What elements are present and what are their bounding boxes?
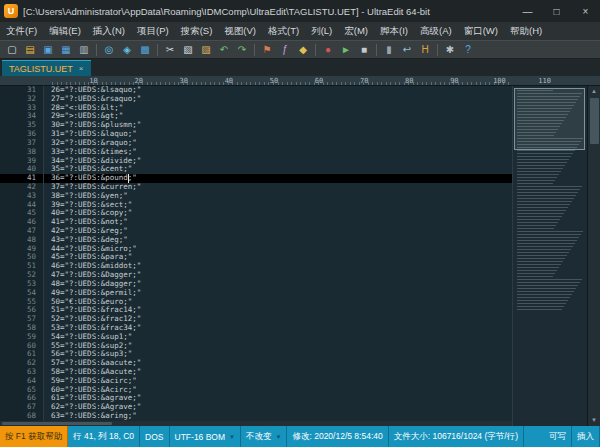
horizontal-scrollbar-thumb[interactable]: [2, 422, 112, 425]
minimap-line: [517, 309, 562, 310]
minimap-line: [517, 222, 558, 223]
status-spacer: [524, 426, 544, 447]
menu-item-column[interactable]: 列(L): [305, 22, 338, 40]
status-modified: 修改: 2020/12/5 8:54:40: [287, 426, 388, 447]
replace-icon[interactable]: ◈: [118, 41, 136, 58]
minimap-line: [517, 228, 554, 229]
ruler-ticks: [52, 82, 512, 85]
menu-item-search[interactable]: 搜索(S): [175, 22, 219, 40]
line-number: 34: [0, 112, 44, 121]
line-number: 59: [0, 333, 44, 342]
status-help: 按 F1 获取帮助: [0, 426, 68, 447]
minimap-line: [517, 255, 567, 256]
minimap-line: [517, 216, 562, 217]
ruler-number: 100: [493, 77, 506, 85]
minimap-line: [517, 213, 564, 214]
minimap-line: [517, 234, 581, 235]
redo-icon[interactable]: ↷: [233, 41, 251, 58]
scroll-down-icon[interactable]: ▼: [591, 415, 597, 426]
highlight-dropdown-icon: ▼: [276, 434, 282, 440]
macro-record-icon[interactable]: ●: [319, 41, 337, 58]
editor-line[interactable]: 6863="?:UEDS:&aring;": [0, 412, 512, 421]
save-icon[interactable]: ▣: [39, 41, 57, 58]
minimap-line: [517, 270, 557, 271]
minimap-line: [517, 153, 573, 154]
line-number: 53: [0, 280, 44, 289]
toggle-bookmark-icon[interactable]: ⚑: [258, 41, 276, 58]
minimap-line: [517, 279, 582, 280]
minimap-line: [517, 249, 571, 250]
minimap-line: [517, 171, 561, 172]
settings-icon[interactable]: ✱: [441, 41, 459, 58]
open-file-icon[interactable]: ▤: [21, 41, 39, 58]
minimize-button[interactable]: —: [513, 0, 542, 22]
menu-item-insert[interactable]: 插入(N): [87, 22, 131, 40]
maximize-button[interactable]: □: [542, 0, 571, 22]
minimap-viewport[interactable]: [514, 88, 585, 150]
menu-item-file[interactable]: 文件(F): [0, 22, 43, 40]
macro-stop-icon[interactable]: ■: [355, 41, 373, 58]
menu-item-format[interactable]: 格式(T): [262, 22, 305, 40]
code-area[interactable]: 3126="?:UEDS:&lsaquo;"3227="?:UEDS:&rsaq…: [0, 86, 512, 426]
menu-item-window[interactable]: 窗口(W): [458, 22, 504, 40]
close-button[interactable]: ×: [571, 0, 600, 22]
minimap-line: [517, 237, 579, 238]
vertical-scrollbar[interactable]: ▲ ▼: [587, 86, 600, 426]
copy-icon[interactable]: ▧: [179, 41, 197, 58]
new-file-icon[interactable]: ▢: [3, 41, 21, 58]
function-list-icon[interactable]: ƒ: [276, 41, 294, 58]
scroll-up-icon[interactable]: ▲: [591, 86, 597, 97]
find-in-files-icon[interactable]: ▩: [136, 41, 154, 58]
line-number: 68: [0, 412, 44, 421]
minimap-line: [517, 192, 578, 193]
ruler-number: 90: [450, 77, 458, 85]
paste-icon[interactable]: ▨: [197, 41, 215, 58]
menu-item-macro[interactable]: 宏(M): [338, 22, 374, 40]
tag-list-icon[interactable]: ◆: [294, 41, 312, 58]
ruler-number: 50: [270, 77, 278, 85]
menu-item-edit[interactable]: 编辑(E): [43, 22, 87, 40]
ruler-number: 10: [89, 77, 97, 85]
tab-taglistu[interactable]: TAGLISTU.UET ×: [2, 60, 91, 76]
status-line-ending[interactable]: DOS: [140, 426, 169, 447]
minimap-line: [517, 243, 575, 244]
hex-edit-icon[interactable]: H: [416, 41, 434, 58]
minimap-line: [517, 162, 567, 163]
line-number: 50: [0, 253, 44, 262]
encoding-dropdown-icon: ▼: [229, 434, 235, 440]
vertical-scrollbar-thumb[interactable]: [590, 98, 599, 144]
find-icon[interactable]: ◎: [100, 41, 118, 58]
save-all-icon[interactable]: ▦: [57, 41, 75, 58]
ruler-number: 110: [538, 77, 551, 85]
menu-item-script[interactable]: 脚本(I): [374, 22, 414, 40]
minimap-line: [517, 195, 576, 196]
menu-item-view[interactable]: 视图(V): [218, 22, 262, 40]
line-number: 65: [0, 386, 44, 395]
minimap-line: [517, 219, 560, 220]
menu-item-advanced[interactable]: 高级(A): [414, 22, 458, 40]
ruler-number: 80: [405, 77, 413, 85]
minimap-line: [517, 291, 574, 292]
line-number: 36: [0, 130, 44, 139]
line-number: 41: [0, 174, 44, 183]
tab-close-icon[interactable]: ×: [79, 64, 84, 73]
minimap[interactable]: [512, 86, 587, 426]
status-write-mode[interactable]: 可写: [544, 426, 572, 447]
column-mode-icon[interactable]: ▮: [380, 41, 398, 58]
minimap-line: [517, 150, 575, 151]
print-icon[interactable]: ▥: [75, 41, 93, 58]
word-wrap-icon[interactable]: ↩: [398, 41, 416, 58]
line-number: 58: [0, 324, 44, 333]
status-highlight[interactable]: 不改变 ▼: [241, 426, 287, 447]
menu-item-help[interactable]: 帮助(H): [504, 22, 548, 40]
horizontal-scrollbar[interactable]: [0, 421, 512, 426]
undo-icon[interactable]: ↶: [215, 41, 233, 58]
macro-play-icon[interactable]: ►: [337, 41, 355, 58]
help-icon[interactable]: ?: [459, 41, 477, 58]
menu-item-project[interactable]: 项目(P): [131, 22, 175, 40]
cut-icon[interactable]: ✂: [161, 41, 179, 58]
status-encoding[interactable]: UTF-16 BOM ▼: [170, 426, 241, 447]
status-insert-mode[interactable]: 插入: [572, 426, 600, 447]
minimap-line: [517, 159, 569, 160]
line-number: 61: [0, 350, 44, 359]
